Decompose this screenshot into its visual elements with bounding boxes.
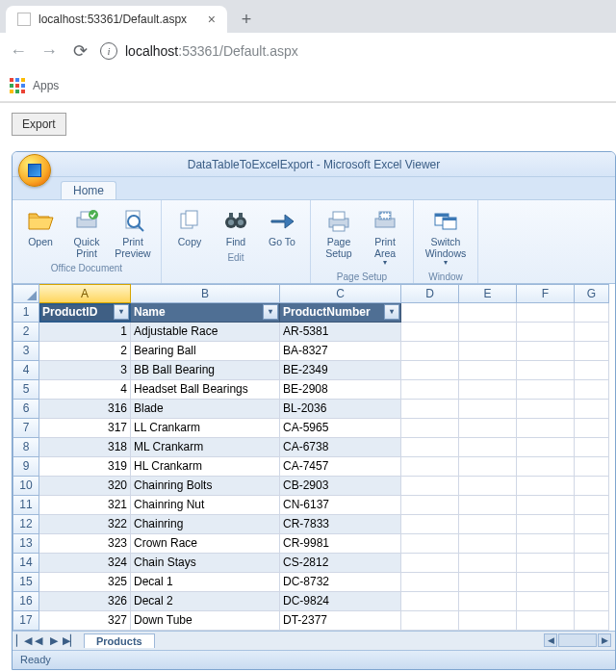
cell-name[interactable]: Bearing Ball <box>131 342 280 361</box>
cell-productnumber[interactable]: BL-2036 <box>280 400 401 419</box>
cell-name[interactable]: Chainring <box>131 515 280 534</box>
cell-name[interactable]: Adjustable Race <box>131 323 280 342</box>
cell-name[interactable]: Decal 2 <box>131 592 280 611</box>
cell-productnumber[interactable]: CN-6137 <box>280 496 401 515</box>
window-titlebar[interactable]: DataTableToExcelExport - Microsoft Excel… <box>13 152 615 177</box>
row-header[interactable]: 13 <box>13 534 39 554</box>
close-tab-icon[interactable]: × <box>208 12 216 27</box>
row-header[interactable]: 16 <box>13 592 39 611</box>
find-button[interactable]: Find <box>214 204 258 250</box>
address-bar[interactable]: i localhost:53361/Default.aspx <box>100 38 608 65</box>
open-button[interactable]: Open <box>18 204 63 261</box>
row-header[interactable]: 6 <box>13 400 39 419</box>
cell-productid[interactable]: 320 <box>39 477 131 496</box>
row-header[interactable]: 9 <box>13 457 39 477</box>
cell-productnumber[interactable]: CS-2812 <box>280 554 401 573</box>
cell-productnumber[interactable]: DC-8732 <box>280 573 401 592</box>
filter-dropdown-icon[interactable] <box>263 304 278 320</box>
col-header-b[interactable]: B <box>131 284 280 303</box>
row-header[interactable]: 12 <box>13 515 39 534</box>
cell-productnumber[interactable]: DC-9824 <box>280 592 401 611</box>
row-header[interactable]: 1 <box>13 303 39 323</box>
col-header-e[interactable]: E <box>459 284 517 303</box>
go-to-button[interactable]: Go To <box>260 204 304 250</box>
row-header[interactable]: 10 <box>13 477 39 496</box>
copy-button[interactable]: Copy <box>167 204 212 250</box>
sheet-nav[interactable]: ▏◀◀▶▶▏ <box>13 634 80 647</box>
cell-productid[interactable]: 2 <box>39 342 131 361</box>
cell-productnumber[interactable]: AR-5381 <box>280 323 401 342</box>
cell-productid[interactable]: 1 <box>39 323 131 342</box>
col-header-d[interactable]: D <box>401 284 459 303</box>
print-area-button[interactable]: Print Area <box>363 204 407 270</box>
cell-name[interactable]: Down Tube <box>131 611 280 631</box>
export-button[interactable]: Export <box>12 113 66 136</box>
cell-productid[interactable]: 322 <box>39 515 131 534</box>
row-header[interactable]: 4 <box>13 361 39 380</box>
cell-productid[interactable]: 326 <box>39 592 131 611</box>
cell-productnumber[interactable]: CA-5965 <box>280 419 401 438</box>
cell-name[interactable]: ML Crankarm <box>131 438 280 457</box>
apps-icon[interactable] <box>10 78 25 93</box>
cell-name[interactable]: HL Crankarm <box>131 457 280 477</box>
cell-productid[interactable]: 317 <box>39 419 131 438</box>
col-header-a[interactable]: A <box>39 284 131 303</box>
col-header-c[interactable]: C <box>280 284 401 303</box>
cell-name[interactable]: Decal 1 <box>131 573 280 592</box>
switch-windows-button[interactable]: Switch Windows <box>420 204 472 270</box>
cell-name[interactable]: Headset Ball Bearings <box>131 380 280 400</box>
row-header[interactable]: 2 <box>13 323 39 342</box>
cell-productid[interactable]: 327 <box>39 611 131 631</box>
cell-productnumber[interactable]: CB-2903 <box>280 477 401 496</box>
sheet-tab-products[interactable]: Products <box>84 633 155 648</box>
page-setup-button[interactable]: Page Setup <box>317 204 361 270</box>
cell-name[interactable]: LL Crankarm <box>131 419 280 438</box>
cell-productnumber[interactable]: DT-2377 <box>280 611 401 631</box>
cell-productnumber[interactable]: CR-9981 <box>280 534 401 554</box>
print-preview-button[interactable]: Print Preview <box>111 204 155 261</box>
cell-productid[interactable]: 324 <box>39 554 131 573</box>
cell-productid[interactable]: 325 <box>39 573 131 592</box>
reload-icon[interactable]: ⟳ <box>69 40 90 62</box>
cell-name[interactable]: Chainring Bolts <box>131 477 280 496</box>
cell-productnumber[interactable]: BE-2908 <box>280 380 401 400</box>
apps-label[interactable]: Apps <box>33 79 59 92</box>
row-header[interactable]: 3 <box>13 342 39 361</box>
row-header[interactable]: 11 <box>13 496 39 515</box>
cell-productid[interactable]: 319 <box>39 457 131 477</box>
filter-dropdown-icon[interactable] <box>384 304 399 320</box>
new-tab-button[interactable]: + <box>233 6 260 33</box>
cell-name[interactable]: BB Ball Bearing <box>131 361 280 380</box>
table-header-name[interactable]: Name <box>131 303 280 323</box>
row-header[interactable]: 17 <box>13 611 39 631</box>
cell-productid[interactable]: 316 <box>39 400 131 419</box>
cell-name[interactable]: Chain Stays <box>131 554 280 573</box>
cell-productnumber[interactable]: BA-8327 <box>280 342 401 361</box>
ribbon-tab-home[interactable]: Home <box>61 181 116 199</box>
spreadsheet-grid[interactable]: A B C D E F G 1 ProductID Name ProductNu… <box>13 284 615 631</box>
cell-name[interactable]: Chainring Nut <box>131 496 280 515</box>
cell-productnumber[interactable]: CR-7833 <box>280 515 401 534</box>
col-header-f[interactable]: F <box>517 284 575 303</box>
row-header[interactable]: 8 <box>13 438 39 457</box>
cell-productnumber[interactable]: BE-2349 <box>280 361 401 380</box>
table-header-productnumber[interactable]: ProductNumber <box>280 303 401 323</box>
filter-dropdown-icon[interactable] <box>114 304 129 320</box>
cell-name[interactable]: Blade <box>131 400 280 419</box>
forward-icon[interactable]: → <box>38 41 60 62</box>
cell-productid[interactable]: 323 <box>39 534 131 554</box>
cell-productnumber[interactable]: CA-6738 <box>280 438 401 457</box>
row-header[interactable]: 14 <box>13 554 39 573</box>
cell-productid[interactable]: 4 <box>39 380 131 400</box>
table-header-productid[interactable]: ProductID <box>39 303 131 323</box>
site-info-icon[interactable]: i <box>100 42 117 60</box>
horizontal-scrollbar[interactable]: ◀▶ <box>544 633 615 647</box>
cell-productid[interactable]: 321 <box>39 496 131 515</box>
cell-productnumber[interactable]: CA-7457 <box>280 457 401 477</box>
row-header[interactable]: 15 <box>13 573 39 592</box>
office-orb-button[interactable] <box>18 154 51 187</box>
cell-productid[interactable]: 3 <box>39 361 131 380</box>
cell-name[interactable]: Crown Race <box>131 534 280 554</box>
back-icon[interactable]: ← <box>8 41 29 62</box>
browser-tab[interactable]: localhost:53361/Default.aspx × <box>6 6 227 33</box>
